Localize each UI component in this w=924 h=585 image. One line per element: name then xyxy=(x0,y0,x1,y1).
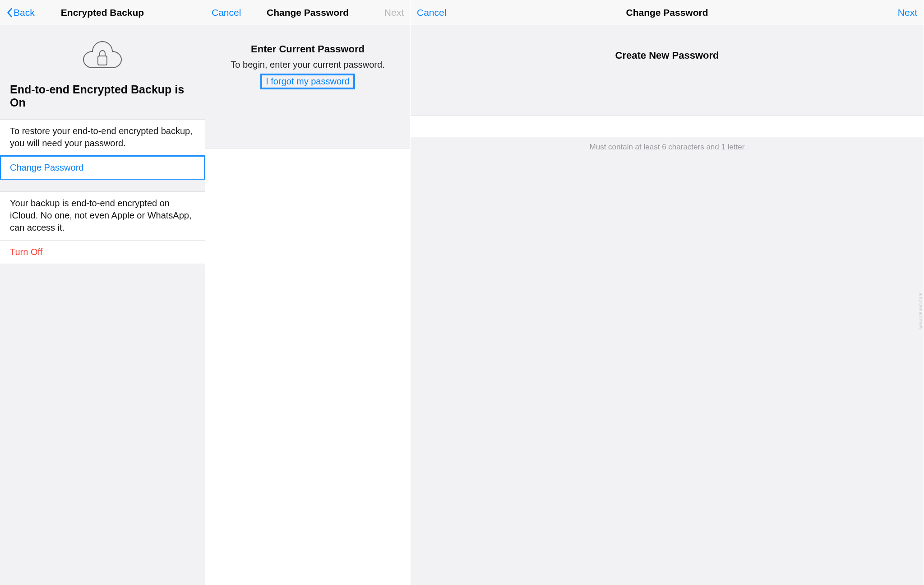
center-content: Enter Current Password To begin, enter y… xyxy=(205,25,410,98)
hero-heading: End-to-end Encrypted Backup is On xyxy=(10,83,195,109)
cloud-lock-icon xyxy=(10,38,195,70)
turn-off-button[interactable]: Turn Off xyxy=(0,240,205,264)
section1-description: To restore your end-to-end encrypted bac… xyxy=(0,119,205,156)
page-title: Change Password xyxy=(411,7,924,18)
chevron-left-icon xyxy=(6,8,13,18)
section2-description: Your backup is end-to-end encrypted on i… xyxy=(0,191,205,240)
cancel-button[interactable]: Cancel xyxy=(212,7,241,18)
back-label: Back xyxy=(14,7,35,18)
change-password-button[interactable]: Change Password xyxy=(0,156,205,180)
hero: End-to-end Encrypted Backup is On xyxy=(0,25,205,119)
center-content: Create New Password xyxy=(411,25,924,75)
section-gap xyxy=(0,180,205,191)
create-password-heading: Create New Password xyxy=(420,50,915,61)
new-password-input[interactable] xyxy=(411,116,924,137)
next-button[interactable]: Next xyxy=(898,7,917,18)
panel-create-new-password: Cancel Change Password Next Create New P… xyxy=(411,0,924,585)
navbar: Cancel Change Password Next xyxy=(205,0,410,25)
cancel-button[interactable]: Cancel xyxy=(417,7,446,18)
enter-password-heading: Enter Current Password xyxy=(214,43,401,55)
navbar: Back Encrypted Backup xyxy=(0,0,205,25)
password-hint: Must contain at least 6 characters and 1… xyxy=(411,137,924,157)
password-input-area[interactable] xyxy=(205,148,410,585)
navbar: Cancel Change Password Next xyxy=(411,0,924,25)
next-button[interactable]: Next xyxy=(384,7,404,18)
panel-enter-current-password: Cancel Change Password Next Enter Curren… xyxy=(205,0,411,585)
svg-rect-0 xyxy=(98,56,107,65)
panel-encrypted-backup: Back Encrypted Backup End-to-end Encrypt… xyxy=(0,0,205,585)
back-button[interactable]: Back xyxy=(6,7,35,18)
forgot-password-link[interactable]: I forgot my password xyxy=(261,74,354,88)
watermark: www.deuaq.com xyxy=(919,292,924,329)
enter-password-subtext: To begin, enter your current password. xyxy=(214,60,401,70)
